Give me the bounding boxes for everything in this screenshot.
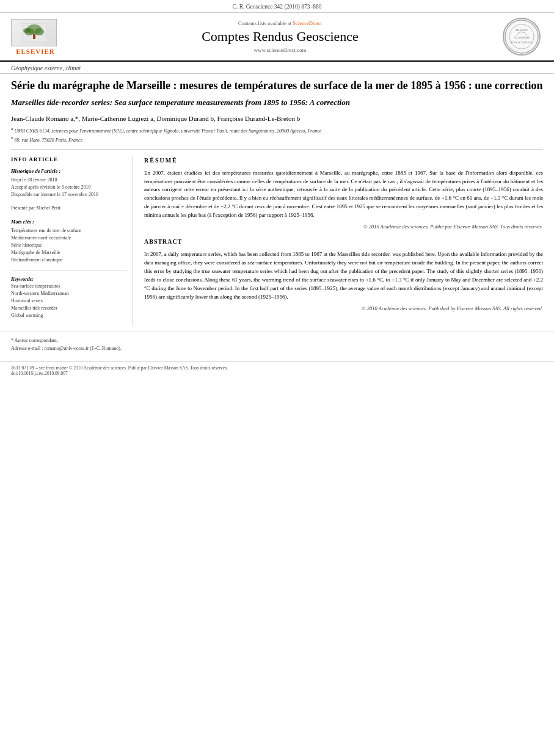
- presente-text: Présenté par Michel Petit: [11, 205, 126, 212]
- keywords-label: Keywords:: [11, 275, 126, 283]
- resume-copyright: © 2010 Académie des sciences. Publié par…: [144, 223, 543, 231]
- journal-header: ELSEVIER Contents lists available at Sci…: [0, 13, 554, 62]
- mots-cles-block: Mots clés : Températures eau de mer de s…: [11, 218, 126, 264]
- abstract-title: Abstract: [144, 237, 543, 246]
- two-column-area: Info article Historique de l'article : R…: [0, 150, 554, 326]
- sciencedirect-line: Contents lists available at ScienceDirec…: [72, 20, 488, 26]
- elsevier-tree-image: [11, 19, 57, 46]
- svg-point-5: [23, 28, 31, 33]
- left-column: Info article Historique de l'article : R…: [11, 156, 133, 326]
- institute-logo: FRANCE ACADÉMIE DES SCIENCES: [500, 18, 543, 56]
- affiliation-b: b 69, rue Haro, 75020 Paris, France: [11, 135, 543, 144]
- keyword-1: Sea-surface temperatures: [11, 283, 126, 290]
- sciencedirect-link[interactable]: ScienceDirect: [293, 20, 322, 26]
- citation-bar: C. R. Geoscience 342 (2010) 873–880: [0, 0, 554, 13]
- footnote-email: Adresse e-mail : romano@univ-corse.fr (J…: [11, 345, 543, 353]
- authors-text: Jean-Claude Romano a,*, Marie-Catherine …: [11, 115, 300, 122]
- mot-cle-3: Série historique: [11, 242, 126, 249]
- recu-text: Reçu le 28 février 2010: [11, 176, 126, 184]
- footnote-asterisk: * Auteur correspondant.: [11, 337, 543, 345]
- keyword-2: North-western Mediterranean: [11, 290, 126, 297]
- disponible-text: Disponible sur internet le 17 novembre 2…: [11, 191, 126, 198]
- affiliation-a: a UMR CNRS 6134, sciences pour l'environ…: [11, 126, 543, 135]
- svg-rect-4: [33, 34, 35, 39]
- resume-title: Résumé: [144, 156, 543, 165]
- article-subtitle: Marseilles tide-recorder series: Sea sur…: [0, 95, 554, 112]
- issn-text: 1631-0713/$ – see front matter © 2010 Ac…: [11, 365, 543, 371]
- abstract-text: In 2007, a daily temperature series, whi…: [144, 250, 543, 302]
- article-title: Série du marégraphe de Marseille : mesur…: [0, 74, 554, 95]
- svg-text:FRANCE: FRANCE: [516, 29, 528, 32]
- mots-cles-label: Mots clés :: [11, 218, 126, 226]
- svg-text:DES SCIENCES: DES SCIENCES: [511, 41, 533, 44]
- resume-text: En 2007, étaient étudiées ici des tempér…: [144, 169, 543, 220]
- mot-cle-2: Méditerranée nord-occidentale: [11, 234, 126, 242]
- mot-cle-1: Températures eau de mer de surface: [11, 227, 126, 234]
- mot-cle-5: Réchauffement climatique: [11, 256, 126, 264]
- svg-point-3: [34, 28, 44, 35]
- abstract-copyright: © 2010 Académie des sciences. Published …: [144, 305, 543, 313]
- footnote-area: * Auteur correspondant. Adresse e-mail :…: [0, 332, 554, 358]
- keywords-block: Keywords: Sea-surface temperatures North…: [11, 275, 126, 320]
- info-article-title: Info article: [11, 156, 126, 164]
- presente-block: Présenté par Michel Petit: [11, 205, 126, 212]
- doi-text: doi:10.1016/j.crte.2010.09.007: [11, 371, 543, 376]
- journal-center: Contents lists available at ScienceDirec…: [60, 20, 500, 53]
- journal-name: Comptes Rendus Geoscience: [72, 29, 488, 45]
- bottom-bar: 1631-0713/$ – see front matter © 2010 Ac…: [0, 361, 554, 380]
- historique-label: Historique de l'article :: [11, 167, 126, 175]
- section-label: Géophysique externe, climat: [0, 62, 554, 74]
- keyword-4: Marseilles tide recorder: [11, 305, 126, 312]
- right-column: Résumé En 2007, étaient étudiées ici des…: [144, 156, 543, 326]
- institute-circle: FRANCE ACADÉMIE DES SCIENCES: [503, 18, 541, 56]
- divider-keywords: [11, 270, 126, 271]
- journal-url: www.sciencedirect.com: [72, 47, 488, 53]
- info-article-block: Info article Historique de l'article : R…: [11, 156, 126, 198]
- citation-text: C. R. Geoscience 342 (2010) 873–880: [233, 4, 322, 10]
- keyword-5: Global warming: [11, 312, 126, 319]
- mot-cle-4: Marégraphe de Marseille: [11, 249, 126, 256]
- affiliations: a UMR CNRS 6134, sciences pour l'environ…: [0, 124, 554, 148]
- elsevier-logo: ELSEVIER: [11, 19, 60, 55]
- keyword-3: Historical series: [11, 297, 126, 305]
- svg-text:ACADÉMIE: ACADÉMIE: [514, 36, 530, 39]
- elsevier-wordmark: ELSEVIER: [11, 48, 60, 55]
- authors-line: Jean-Claude Romano a,*, Marie-Catherine …: [0, 112, 554, 124]
- accepte-text: Accepté après révision le 6 octobre 2010: [11, 184, 126, 191]
